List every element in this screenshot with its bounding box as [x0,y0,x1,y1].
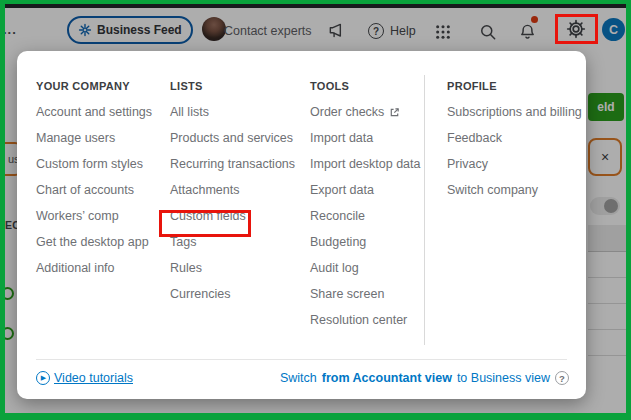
menu-item-import-data[interactable]: Import data [310,125,420,151]
menu-item-products-and-services[interactable]: Products and services [170,125,295,151]
menu-item-label: Privacy [447,157,488,171]
menu-item-attachments[interactable]: Attachments [170,177,295,203]
video-tutorials-label: Video tutorials [54,371,133,385]
screenshot-frame: ... Business Feed Contact experts ? Help [0,0,631,420]
menu-item-import-desktop-data[interactable]: Import desktop data [310,151,420,177]
menu-footer: ▶ Video tutorials Switch from Accountant… [36,366,569,390]
menu-item-custom-form-styles[interactable]: Custom form styles [36,151,152,177]
menu-column-tools: TOOLSOrder checksImport dataImport deskt… [310,80,420,333]
play-icon: ▶ [36,371,50,385]
menu-column-title: LISTS [170,80,295,99]
menu-item-currencies[interactable]: Currencies [170,281,295,307]
menu-item-label: Import data [310,131,373,145]
switch-view-help-icon[interactable]: ? [555,371,569,385]
menu-item-label: Share screen [310,287,384,301]
menu-item-resolution-center[interactable]: Resolution center [310,307,420,333]
settings-menu-panel: YOUR COMPANYAccount and settingsManage u… [17,51,586,399]
menu-item-export-data[interactable]: Export data [310,177,420,203]
switch-view-link[interactable]: Switch from Accountant view to Business … [280,371,569,385]
menu-item-label: Additional info [36,261,115,275]
menu-item-label: Order checks [310,105,384,119]
menu-item-all-lists[interactable]: All lists [170,99,295,125]
menu-column-profile: PROFILESubscriptions and billingFeedback… [447,80,582,203]
menu-item-rules[interactable]: Rules [170,255,295,281]
menu-item-label: All lists [170,105,209,119]
menu-column-title: TOOLS [310,80,420,99]
menu-column-title: YOUR COMPANY [36,80,152,99]
menu-item-additional-info[interactable]: Additional info [36,255,152,281]
menu-item-label: Tags [170,235,196,249]
menu-column-lists: LISTSAll listsProducts and servicesRecur… [170,80,295,307]
menu-item-label: Custom form styles [36,157,143,171]
menu-item-label: Feedback [447,131,502,145]
menu-item-label: Reconcile [310,209,365,223]
menu-item-account-and-settings[interactable]: Account and settings [36,99,152,125]
menu-item-label: Attachments [170,183,239,197]
menu-item-label: Manage users [36,131,115,145]
switch-bold-text: from Accountant view [322,371,452,385]
annotation-box-custom-fields [159,210,251,237]
menu-item-get-the-desktop-app[interactable]: Get the desktop app [36,229,152,255]
menu-item-subscriptions-and-billing[interactable]: Subscriptions and billing [447,99,582,125]
switch-prefix: Switch [280,371,317,385]
menu-item-label: Products and services [170,131,293,145]
profile-column-divider [424,75,425,345]
menu-item-label: Audit log [310,261,359,275]
quickbooks-page: ... Business Feed Contact experts ? Help [5,4,626,413]
menu-item-label: Chart of accounts [36,183,134,197]
menu-item-label: Import desktop data [310,157,420,171]
menu-item-label: Workers’ comp [36,209,119,223]
menu-item-label: Resolution center [310,313,407,327]
menu-item-label: Switch company [447,183,538,197]
menu-item-label: Rules [170,261,202,275]
menu-item-audit-log[interactable]: Audit log [310,255,420,281]
menu-item-label: Currencies [170,287,230,301]
menu-item-label: Get the desktop app [36,235,149,249]
menu-item-label: Budgeting [310,235,366,249]
external-link-icon [389,107,400,118]
menu-item-order-checks[interactable]: Order checks [310,99,420,125]
menu-item-recurring-transactions[interactable]: Recurring transactions [170,151,295,177]
menu-item-manage-users[interactable]: Manage users [36,125,152,151]
footer-divider [36,359,567,360]
menu-item-label: Account and settings [36,105,152,119]
menu-item-budgeting[interactable]: Budgeting [310,229,420,255]
menu-item-label: Recurring transactions [170,157,295,171]
menu-item-feedback[interactable]: Feedback [447,125,582,151]
menu-column-title: PROFILE [447,80,582,99]
menu-column-your-company: YOUR COMPANYAccount and settingsManage u… [36,80,152,281]
video-tutorials-link[interactable]: ▶ Video tutorials [36,371,133,385]
annotation-box-gear [555,14,598,44]
menu-item-label: Export data [310,183,374,197]
switch-suffix: to Business view [457,371,550,385]
menu-item-share-screen[interactable]: Share screen [310,281,420,307]
menu-item-privacy[interactable]: Privacy [447,151,582,177]
menu-item-workers-comp[interactable]: Workers’ comp [36,203,152,229]
menu-item-reconcile[interactable]: Reconcile [310,203,420,229]
menu-item-chart-of-accounts[interactable]: Chart of accounts [36,177,152,203]
menu-item-label: Subscriptions and billing [447,105,582,119]
menu-item-switch-company[interactable]: Switch company [447,177,582,203]
